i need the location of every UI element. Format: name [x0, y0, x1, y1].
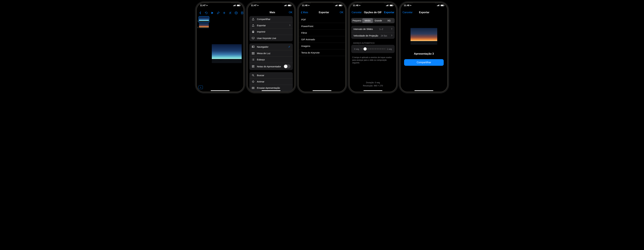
outline-icon [252, 58, 255, 61]
row-label: Velocidade de Projeção [354, 34, 378, 37]
add-slide-button[interactable]: + [198, 86, 203, 89]
ok-button[interactable]: OK [340, 11, 344, 14]
chevron-right-icon [289, 24, 290, 27]
cell-signal-icon [233, 5, 236, 6]
svg-point-4 [237, 13, 237, 13]
row-label: Esboço [257, 58, 265, 61]
ok-button[interactable]: OK [289, 11, 292, 14]
animate-row[interactable]: Animar [249, 79, 293, 85]
size-segmented-control[interactable]: Pequeno Médio Grande XG [351, 18, 395, 23]
export-pdf[interactable]: PDF [298, 16, 346, 23]
nav-bar: Mais OK [248, 10, 295, 16]
status-time: 11:48 [404, 4, 410, 7]
keynote-live-row[interactable]: Usar Keynote Live [249, 35, 293, 41]
cancel-button[interactable]: Cancelar [402, 11, 412, 14]
play-icon[interactable] [211, 11, 214, 15]
slide-range-row[interactable]: Intervalo de Slides1–2 [351, 26, 395, 33]
row-label: Imagens [301, 45, 310, 47]
light-table-row[interactable]: Mesa de Luz [249, 50, 293, 57]
document-icon[interactable] [240, 11, 244, 15]
export-powerpoint[interactable]: PowerPoint [298, 23, 346, 30]
export-images[interactable]: Imagens [298, 43, 346, 49]
export-gif[interactable]: GIF Animado [298, 36, 346, 43]
slide-canvas[interactable] [210, 16, 244, 92]
navigator-row[interactable]: Navegador✓ [249, 44, 293, 50]
rehearse-row[interactable]: Ensaiar Apresentação [249, 85, 293, 91]
home-indicator[interactable] [312, 90, 332, 91]
phone-more-menu: 11:47➤ Mais OK Compartilhar Exportar Imp… [248, 3, 295, 92]
export-theme[interactable]: Tema do Keynote [298, 49, 346, 56]
export-row[interactable]: Exportar [249, 22, 293, 29]
phone-export-share: 11:48➤ Cancelar Exportar Apresentação 3 … [400, 3, 448, 92]
row-label: Tema do Keynote [301, 51, 320, 54]
advance-slider[interactable] [361, 47, 385, 51]
slide-number: 2 [198, 27, 198, 28]
brush-icon[interactable] [217, 11, 220, 15]
plus-icon[interactable] [223, 11, 226, 15]
slider-min-label: 0 seg [354, 48, 359, 50]
navigator-icon [252, 45, 255, 48]
location-icon: ➤ [308, 5, 310, 7]
location-icon: ➤ [257, 5, 259, 7]
notes-toggle[interactable] [284, 64, 290, 68]
home-indicator[interactable] [211, 90, 230, 91]
cell-signal-icon [284, 5, 286, 6]
advance-slider-row: 0 seg 1 seg [351, 46, 395, 52]
document-title: Apresentação 3 [400, 52, 448, 55]
undo-icon[interactable] [205, 11, 208, 15]
share-button[interactable]: Compartilhar [404, 59, 444, 66]
slide-thumbnail-2[interactable] [199, 23, 209, 29]
find-row[interactable]: Buscar [249, 72, 293, 79]
row-label: Exportar [257, 24, 266, 27]
svg-rect-12 [252, 52, 253, 53]
status-time: 11:47 [200, 4, 206, 7]
row-label: Intervalo de Slides [354, 28, 373, 30]
row-label: Filme [301, 32, 307, 34]
battery-icon [390, 5, 393, 6]
home-indicator[interactable] [262, 90, 280, 91]
seg-large[interactable]: Grande [373, 18, 384, 23]
svg-rect-15 [254, 54, 254, 54]
seg-small[interactable]: Pequeno [352, 18, 362, 23]
print-row[interactable]: Imprimir [249, 29, 293, 35]
back-button[interactable]: Mais [300, 11, 308, 14]
home-indicator[interactable] [364, 90, 382, 91]
chevron-right-icon [391, 28, 392, 30]
slide-thumbnail-1[interactable] [199, 17, 209, 22]
export-movie[interactable]: Filme [298, 30, 346, 36]
collaborate-icon[interactable] [228, 11, 232, 15]
svg-rect-13 [254, 52, 254, 53]
remote-row[interactable]: Permitir Remote [249, 91, 293, 92]
export-format-list: PDF PowerPoint Filme GIF Animado Imagens… [298, 16, 346, 56]
auto-advance-header: AVANÇO AUTOMÁTICO [349, 41, 396, 45]
battery-icon [288, 5, 291, 6]
resolution-label: Resolução: 480 × 270 [349, 84, 396, 87]
more-icon[interactable] [234, 11, 238, 15]
print-icon [252, 30, 255, 33]
export-button[interactable]: Exportar [384, 11, 394, 14]
cancel-button[interactable]: Cancelar [352, 11, 362, 14]
seg-xl[interactable]: XG [384, 18, 394, 23]
playback-speed-row[interactable]: Velocidade de Projeção24 fps [351, 33, 395, 39]
row-label: Animar [257, 80, 264, 83]
row-label: Buscar [257, 74, 264, 77]
export-icon [252, 24, 255, 27]
slide-navigator[interactable]: 1 2 [196, 16, 210, 92]
current-slide[interactable] [212, 44, 242, 63]
presenter-notes-row[interactable]: Notas do Apresentador [249, 63, 293, 70]
svg-rect-5 [241, 12, 243, 14]
status-time: 11:48 [302, 4, 308, 7]
home-indicator[interactable] [414, 90, 433, 91]
phone-editor: 11:47➤ 1 2 [196, 3, 244, 92]
row-label: Notas do Apresentador [257, 65, 281, 68]
outline-row[interactable]: Esboço [249, 57, 293, 63]
auto-advance-group: 0 seg 1 seg [351, 45, 395, 53]
slider-knob[interactable] [364, 47, 367, 51]
seg-medium[interactable]: Médio [362, 18, 373, 23]
row-label: Navegador [257, 46, 268, 48]
chevron-right-icon [391, 34, 392, 37]
share-row[interactable]: Compartilhar [249, 16, 293, 22]
back-icon[interactable] [199, 11, 202, 15]
svg-rect-11 [253, 46, 254, 48]
cell-signal-icon [386, 5, 388, 6]
